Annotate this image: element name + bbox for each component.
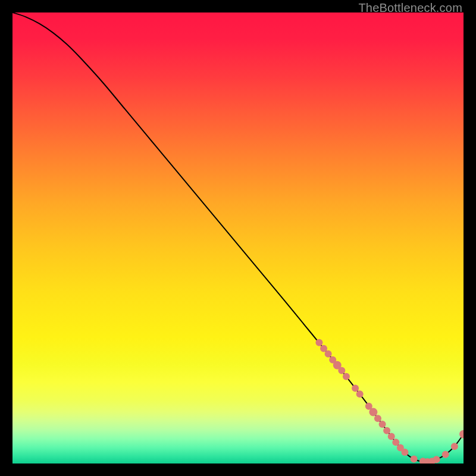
- marker-dot: [374, 415, 381, 422]
- chart-svg: [12, 12, 464, 464]
- marker-dot: [352, 384, 359, 392]
- marker-dot: [383, 427, 390, 434]
- marker-dot: [442, 451, 449, 458]
- gradient-bg: [12, 12, 464, 464]
- chart-stage: TheBottleneck.com: [0, 0, 476, 476]
- marker-dot: [433, 456, 440, 463]
- marker-dot: [356, 390, 364, 397]
- marker-dot: [379, 421, 386, 428]
- marker-dot: [315, 339, 322, 346]
- marker-dot: [369, 408, 377, 416]
- marker-dot: [343, 373, 350, 380]
- marker-dot: [388, 433, 395, 440]
- marker-dot: [401, 449, 408, 456]
- marker-dot: [338, 367, 345, 374]
- marker-dot: [411, 455, 418, 462]
- plot-area: [12, 12, 464, 464]
- marker-dot: [451, 443, 458, 450]
- marker-dot: [325, 350, 332, 358]
